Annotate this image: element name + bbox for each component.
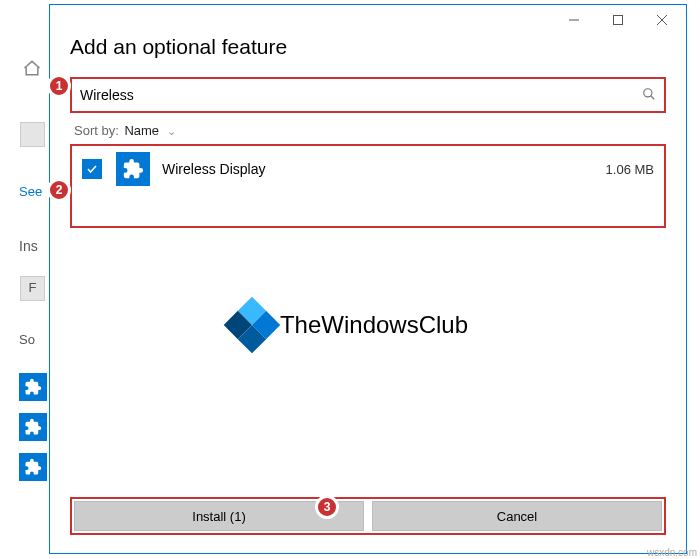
- sort-row[interactable]: Sort by: Name ⌄: [50, 113, 686, 144]
- button-row-highlight: Install (1) Cancel: [70, 497, 666, 535]
- dialog-titlebar: [50, 5, 686, 35]
- annotation-badge-1: 1: [47, 74, 71, 98]
- bg-feature-item-1: [19, 373, 47, 401]
- home-icon: [22, 58, 42, 82]
- watermark-logo-icon: [224, 297, 281, 354]
- watermark-text: TheWindowsClub: [280, 311, 468, 339]
- svg-rect-1: [614, 16, 623, 25]
- minimize-button[interactable]: [552, 6, 596, 34]
- search-icon[interactable]: [642, 87, 656, 104]
- bg-f-button: F: [20, 276, 45, 301]
- feature-list-highlight: Wireless Display 1.06 MB: [70, 144, 666, 228]
- svg-line-5: [651, 95, 655, 99]
- feature-checkbox[interactable]: [82, 159, 102, 179]
- chevron-down-icon: ⌄: [167, 125, 176, 137]
- bg-see-label: See: [19, 184, 42, 199]
- bg-feature-item-3: [19, 453, 47, 481]
- feature-size: 1.06 MB: [606, 162, 654, 177]
- bg-feature-item-2: [19, 413, 47, 441]
- feature-name: Wireless Display: [162, 161, 606, 177]
- search-input[interactable]: [80, 87, 642, 103]
- sort-by-label: Sort by:: [74, 123, 119, 138]
- sort-by-value: Name: [124, 123, 159, 138]
- annotation-badge-3: 3: [315, 495, 339, 519]
- attribution-text: wsxdn.com: [647, 547, 697, 558]
- bg-installed-label: Ins: [19, 238, 38, 254]
- svg-point-4: [644, 88, 652, 96]
- cancel-button[interactable]: Cancel: [372, 501, 662, 531]
- button-bar: Install (1) Cancel: [50, 489, 686, 553]
- bg-add-button: [20, 122, 45, 147]
- search-box-highlight: [70, 77, 666, 113]
- close-button[interactable]: [640, 6, 684, 34]
- puzzle-icon: [116, 152, 150, 186]
- dialog-title: Add an optional feature: [50, 35, 686, 69]
- maximize-button[interactable]: [596, 6, 640, 34]
- add-feature-dialog: Add an optional feature Sort by: Name ⌄ …: [49, 4, 687, 554]
- bg-sort-label: So: [19, 332, 35, 347]
- annotation-badge-2: 2: [47, 178, 71, 202]
- watermark: TheWindowsClub: [232, 305, 468, 345]
- feature-row-wireless-display[interactable]: Wireless Display 1.06 MB: [82, 152, 654, 186]
